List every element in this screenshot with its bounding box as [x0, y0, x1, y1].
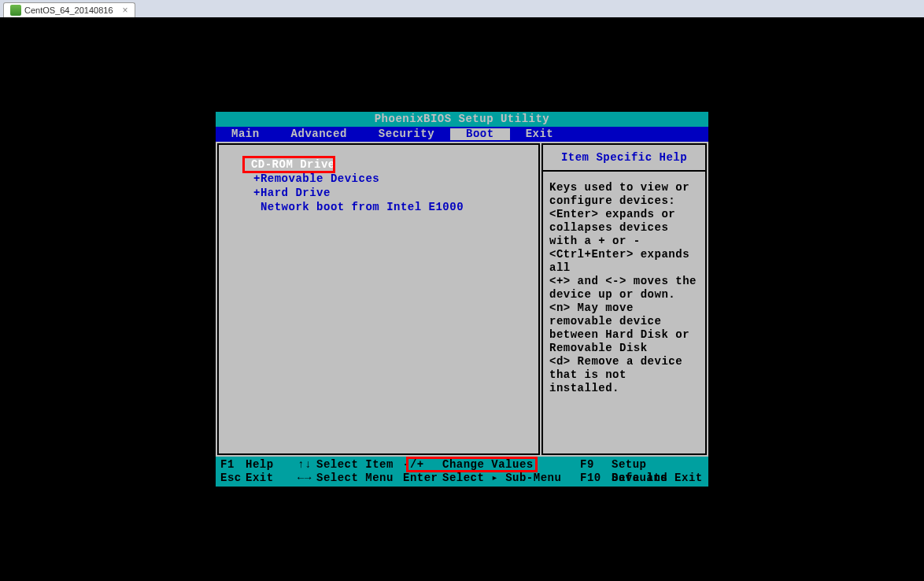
footer-row-1: F1 Help ↑↓ Select Item -/+ Change Values… [216, 458, 708, 472]
boot-item-cdrom[interactable]: CD-ROM Drive [244, 157, 530, 172]
bios-title: PhoenixBIOS Setup Utility [216, 112, 708, 127]
menu-security[interactable]: Security [363, 128, 450, 140]
menu-exit[interactable]: Exit [510, 128, 570, 140]
boot-item-harddrive[interactable]: +Hard Drive [244, 186, 530, 200]
leftright-key: ←→ [293, 472, 316, 485]
menu-boot[interactable]: Boot [450, 128, 510, 140]
bios-body: CD-ROM Drive +Removable Devices +Hard Dr… [216, 142, 708, 457]
menu-main[interactable]: Main [216, 128, 275, 140]
boot-order-panel: CD-ROM Drive +Removable Devices +Hard Dr… [217, 143, 540, 455]
help-text: Keys used to view or configure devices:<… [543, 172, 705, 405]
plusminus-action: Change Values [442, 458, 580, 472]
f9-action: Setup Defaults [612, 458, 708, 472]
updown-key: ↑↓ [293, 458, 316, 472]
boot-item-removable[interactable]: +Removable Devices [244, 172, 530, 186]
plusminus-key: -/+ [403, 458, 442, 472]
bios-menu-bar: Main Advanced Security Boot Exit [216, 127, 708, 142]
f10-action: Save and Exit [612, 472, 708, 485]
vm-tab[interactable]: CentOS_64_20140816 × [3, 2, 135, 17]
f1-action: Help [246, 458, 293, 472]
enter-key: Enter [403, 472, 442, 485]
menu-advanced[interactable]: Advanced [275, 128, 363, 140]
help-panel: Item Specific Help Keys used to view or … [541, 143, 707, 455]
bios-footer: F1 Help ↑↓ Select Item -/+ Change Values… [216, 457, 708, 487]
vm-icon [10, 5, 21, 16]
f1-key: F1 [216, 458, 246, 472]
updown-action: Select Item [316, 458, 403, 472]
enter-action: Select ▸ Sub-Menu [442, 472, 580, 485]
vm-display: PhoenixBIOS Setup Utility Main Advanced … [0, 17, 924, 581]
vm-tab-bar: CentOS_64_20140816 × [0, 0, 924, 17]
esc-key: Esc [216, 472, 246, 485]
help-title: Item Specific Help [543, 145, 705, 172]
bios-screen[interactable]: PhoenixBIOS Setup Utility Main Advanced … [216, 112, 708, 487]
footer-row-2: Esc Exit ←→ Select Menu Enter Select ▸ S… [216, 472, 708, 485]
esc-action: Exit [246, 472, 293, 485]
vm-tab-title: CentOS_64_20140816 [24, 6, 113, 15]
f10-key: F10 [580, 472, 612, 485]
f9-key: F9 [580, 458, 612, 472]
close-icon[interactable]: × [123, 5, 128, 16]
leftright-action: Select Menu [316, 472, 403, 485]
boot-item-network[interactable]: Network boot from Intel E1000 [244, 200, 530, 214]
